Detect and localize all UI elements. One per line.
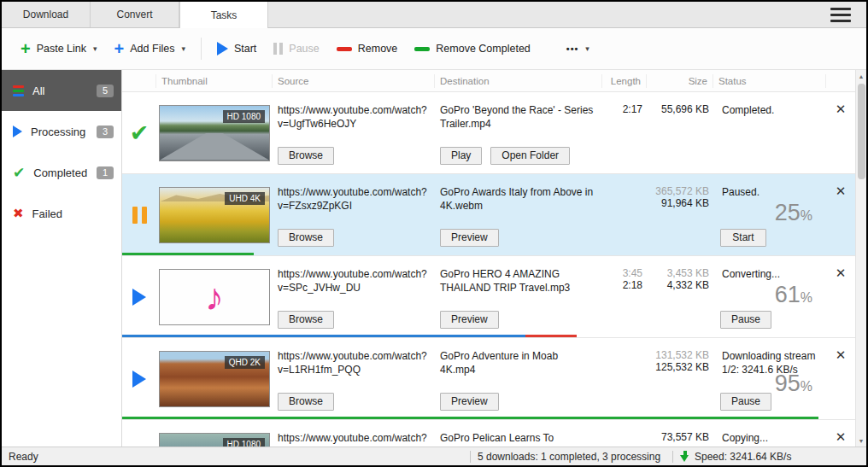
close-icon[interactable]: ✕ (836, 347, 847, 362)
scroll-down-icon[interactable]: ▼ (856, 435, 866, 447)
sidebar-item-all[interactable]: All 5 (2, 70, 121, 111)
destination-file: GoPro Awards Italy from Above in 4K.webm (440, 185, 595, 213)
remove-button[interactable]: Remove (328, 36, 407, 61)
play-icon (13, 126, 22, 137)
count-badge: 1 (97, 166, 114, 179)
size-total: 3,453 KB (648, 267, 709, 279)
sidebar-item-label: Completed (33, 166, 87, 179)
sidebar-item-completed[interactable]: ✔ Completed 1 (2, 152, 121, 193)
sidebar-item-label: All (32, 85, 44, 97)
start-button[interactable]: Start (720, 229, 766, 247)
progress-bar (122, 253, 855, 255)
remove-completed-label: Remove Completed (436, 43, 530, 55)
open-folder-button[interactable]: Open Folder (490, 147, 570, 165)
preview-button[interactable]: Preview (440, 229, 499, 247)
source-url: https://www.youtube.com/watch?v=FZsxz9Zp… (278, 185, 428, 213)
pause-button[interactable]: Pause (720, 311, 771, 329)
add-files-button[interactable]: + Add Files ▾ (106, 35, 194, 62)
ellipsis-icon: ••• (566, 44, 579, 54)
paste-link-button[interactable]: + Paste Link ▾ (12, 35, 106, 62)
progress-percent: 61% (775, 282, 812, 308)
video-thumbnail: HD 1080 (159, 433, 270, 447)
close-icon[interactable]: ✕ (836, 429, 847, 444)
browse-button[interactable]: Browse (278, 229, 334, 247)
sidebar-item-label: Processing (31, 126, 85, 138)
processing-icon (132, 289, 146, 306)
task-row[interactable]: ✔ HD 1080 https://www.youtube.com/watch?… (122, 92, 855, 174)
task-row[interactable]: ♪ https://www.youtube.com/watch?v=SPc_JV… (122, 256, 855, 338)
size-total: 131,532 KB (648, 349, 709, 361)
task-list: Thumbnail Source Destination Length Size… (122, 70, 866, 447)
close-icon[interactable]: ✕ (836, 266, 847, 280)
processing-icon (132, 371, 146, 388)
count-badge: 5 (97, 85, 114, 97)
source-url: https://www.youtube.com/watch?v=SPc_JVHw… (278, 267, 428, 295)
video-thumbnail: UHD 4K (159, 187, 270, 243)
count-badge: 3 (97, 126, 114, 138)
pause-icon (273, 43, 283, 55)
preview-button[interactable]: Preview (440, 311, 499, 329)
task-row[interactable]: HD 1080 https://www.youtube.com/watch?v=… (122, 420, 855, 447)
size-value: 91,964 KB (648, 197, 709, 209)
progress-percent: 95% (775, 371, 812, 397)
length-value: 2:17 (604, 103, 642, 115)
tab-bar: Download Convert Tasks (2, 2, 866, 28)
browse-button[interactable]: Browse (278, 311, 334, 329)
menu-icon[interactable] (827, 4, 854, 26)
source-url: https://www.youtube.com/watch?v=L1RH1fm_… (278, 349, 428, 377)
pause-button[interactable]: Pause (265, 36, 327, 61)
toolbar-divider (201, 38, 202, 60)
task-row[interactable]: UHD 4K https://www.youtube.com/watch?v=F… (122, 174, 855, 256)
column-header-destination: Destination (435, 74, 602, 88)
list-icon (13, 85, 24, 96)
length-total: 3:45 (604, 267, 642, 279)
status-bar: Ready 5 downloads: 1 completed, 3 proces… (2, 447, 866, 465)
scroll-up-icon[interactable]: ▲ (856, 70, 866, 82)
size-value: 4,332 KB (648, 279, 709, 291)
check-icon: ✔ (13, 164, 25, 182)
more-actions-button[interactable]: ••• ▾ (558, 37, 598, 61)
pause-button[interactable]: Pause (720, 393, 771, 411)
destination-file: GoPro Adventure in Moab 4K.mp4 (440, 349, 595, 377)
app-window: Download Convert Tasks + Paste Link ▾ + … (0, 0, 868, 467)
sidebar: All 5 Processing 3 ✔ Completed 1 ✖ Faile… (2, 70, 122, 447)
tab-convert[interactable]: Convert (91, 2, 179, 27)
paste-link-label: Paste Link (37, 43, 86, 55)
destination-file: GoPro 'Beyond the Race' - Series Trailer… (440, 103, 595, 131)
start-button[interactable]: Start (208, 35, 265, 62)
ready-status: Ready (9, 451, 470, 463)
preview-button[interactable]: Preview (440, 393, 499, 411)
tab-tasks[interactable]: Tasks (179, 2, 268, 28)
tab-download[interactable]: Download (2, 2, 91, 27)
column-header-state (122, 74, 156, 88)
browse-button[interactable]: Browse (278, 393, 334, 411)
size-value: 55,696 KB (648, 103, 709, 115)
close-icon[interactable]: ✕ (836, 102, 847, 116)
table-body: ✔ HD 1080 https://www.youtube.com/watch?… (122, 92, 855, 447)
toolbar: + Paste Link ▾ + Add Files ▾ Start Pause… (2, 28, 866, 70)
vertical-scrollbar[interactable]: ▲ ▼ (855, 70, 866, 447)
scrollbar-thumb[interactable] (858, 84, 865, 179)
table-header: Thumbnail Source Destination Length Size… (122, 70, 855, 92)
downloads-summary: 5 downloads: 1 completed, 3 processing (471, 451, 672, 463)
column-header-status: Status (713, 74, 826, 88)
size-total: 365,572 KB (648, 185, 709, 197)
minus-icon (337, 47, 352, 51)
sidebar-item-failed[interactable]: ✖ Failed (2, 193, 121, 234)
column-header-thumbnail: Thumbnail (156, 74, 273, 88)
remove-completed-button[interactable]: Remove Completed (406, 36, 538, 61)
task-row[interactable]: QHD 2K https://www.youtube.com/watch?v=L… (122, 338, 855, 420)
column-header-size: Size (647, 74, 713, 88)
browse-button[interactable]: Browse (278, 147, 334, 165)
source-url: https://www.youtube.com/watch?v=nuJ9omOW… (278, 431, 428, 447)
size-value: 125,532 KB (648, 361, 709, 373)
music-note-icon: ♪ (205, 278, 224, 316)
quality-badge: UHD 4K (225, 192, 265, 205)
close-icon[interactable]: ✕ (836, 184, 847, 198)
column-header-length: Length (602, 74, 647, 88)
play-button[interactable]: Play (440, 147, 482, 165)
plus-icon: + (21, 42, 31, 55)
sidebar-item-processing[interactable]: Processing 3 (2, 111, 121, 152)
minus-icon (414, 47, 430, 51)
progress-percent: 25% (775, 200, 812, 226)
